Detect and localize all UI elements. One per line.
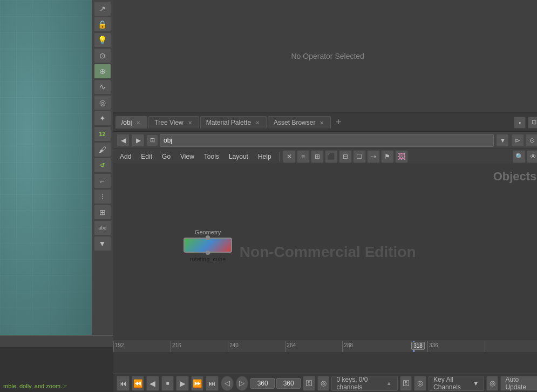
tool-select-active[interactable]: ⊕ xyxy=(94,64,111,79)
key-all-down[interactable]: ▼ xyxy=(473,380,479,387)
toolbar-eye-icon[interactable]: 👁 xyxy=(527,150,537,163)
play-reverse-btn[interactable]: ◀ xyxy=(146,376,159,391)
keys-icon-btn2[interactable]: ◎ xyxy=(317,376,330,391)
tool-abc[interactable]: abc xyxy=(94,220,111,235)
menu-help[interactable]: Help xyxy=(254,151,276,162)
auto-update-icon[interactable]: ◎ xyxy=(486,376,499,391)
tab-tree-view[interactable]: Tree View ✕ xyxy=(148,116,199,129)
tool-number[interactable]: 12 xyxy=(94,126,111,141)
menu-edit[interactable]: Edit xyxy=(137,151,157,162)
tool-nodes[interactable]: ⁝ xyxy=(94,189,111,204)
toolbar-grid-icon[interactable]: ⊞ xyxy=(311,150,324,163)
addr-path-input[interactable] xyxy=(160,134,494,147)
tab-asset-close[interactable]: ✕ xyxy=(318,120,325,126)
addr-right-btns: ⊳ ⊙ xyxy=(511,134,537,147)
tab-tree-label: Tree View xyxy=(154,119,183,126)
frame-counter-area: 360 360 xyxy=(250,378,301,389)
tab-obj[interactable]: /obj ✕ xyxy=(115,116,147,129)
tool-angle[interactable]: ⌐ xyxy=(94,173,111,188)
tool-light[interactable]: 💡 xyxy=(94,32,111,48)
key-all-channels-box[interactable]: Key All Channels ▼ xyxy=(429,376,484,391)
auto-update-label: Auto Update xyxy=(505,376,534,391)
tool-lock[interactable]: 🔒 xyxy=(94,17,111,32)
node-editor-area[interactable]: Non-Commercial Edition Objects Geometry … xyxy=(113,164,537,340)
ruler-mark-264: 264 xyxy=(287,342,296,348)
addr-node-icon: ⊡ xyxy=(147,135,158,146)
tab-material-palette[interactable]: Material Palette ✕ xyxy=(200,116,267,129)
tool-arrow[interactable]: ↗ xyxy=(94,1,111,16)
menu-bar: Add Edit Go View Tools Layout Help ✕ ≡ ⊞… xyxy=(113,149,537,164)
keys-info-up[interactable]: ▲ xyxy=(385,379,393,388)
tool-camera[interactable]: ◎ xyxy=(94,95,111,110)
toolbar-image-icon[interactable]: 🖼 xyxy=(395,150,408,163)
node-name-label: rotating_cube xyxy=(190,256,226,262)
addr-sync-btn[interactable]: ⊙ xyxy=(526,134,537,147)
addr-dropdown-btn[interactable]: ▼ xyxy=(496,134,509,147)
node-dot-top xyxy=(206,235,210,240)
no-operator-message: No Operator Selected xyxy=(291,52,364,60)
play-btn[interactable]: ▶ xyxy=(176,376,189,391)
tool-curve[interactable]: ∿ xyxy=(94,79,111,94)
key-all-icon-btn2[interactable]: ◎ xyxy=(414,376,426,391)
node-container[interactable]: Geometry rotating_cube xyxy=(183,229,232,262)
jump-start-btn[interactable]: ⏮ xyxy=(117,376,130,391)
stop-btn[interactable]: ■ xyxy=(161,376,174,391)
tab-layout-btn[interactable]: ⊡ xyxy=(528,117,537,129)
tab-asset-browser[interactable]: Asset Browser ✕ xyxy=(268,116,331,129)
tool-sphere[interactable]: ⊙ xyxy=(94,48,111,63)
tool-down[interactable]: ▼ xyxy=(94,236,111,251)
tab-obj-label: /obj xyxy=(121,119,132,126)
frame-nav-circle-1[interactable]: ◁ xyxy=(221,376,234,391)
tool-brush[interactable]: 🖌 xyxy=(94,142,111,157)
viewport-area: ↗ 🔒 💡 ⊙ ⊕ ∿ ◎ ✦ 12 🖌 ↺ ⌐ ⁝ ⊞ abc ▼ xyxy=(0,0,113,335)
toolbar-arrow-icon[interactable]: ⇢ xyxy=(367,150,380,163)
frame-nav-circle-2[interactable]: ▷ xyxy=(236,376,249,391)
auto-update-btn[interactable]: Auto Update xyxy=(500,376,537,391)
addr-back-btn[interactable]: ◀ xyxy=(117,134,130,147)
tab-collapse-btn[interactable]: ▪ xyxy=(514,117,526,129)
tab-asset-label: Asset Browser xyxy=(274,119,315,126)
frame-start-display[interactable]: 360 xyxy=(250,378,275,389)
tab-obj-close[interactable]: ✕ xyxy=(135,120,141,126)
node-box[interactable] xyxy=(183,238,232,253)
addr-pin-btn[interactable]: ⊳ xyxy=(511,134,524,147)
prev-frame-btn[interactable]: ⏪ xyxy=(132,376,145,391)
key-all-icon-btn[interactable]: ⚿ xyxy=(400,376,412,391)
toolbar-wrench-icon[interactable]: ✕ xyxy=(283,150,296,163)
properties-panel: No Operator Selected xyxy=(113,0,537,113)
viewport-3d[interactable] xyxy=(0,0,92,335)
menu-layout[interactable]: Layout xyxy=(225,151,253,162)
tool-move[interactable]: ✦ xyxy=(94,111,111,126)
watermark-text: Non-Commercial Edition xyxy=(240,244,416,261)
toolbar-flag-icon[interactable]: ⚑ xyxy=(381,150,394,163)
toolbar-search-icon[interactable]: 🔍 xyxy=(513,150,526,163)
tool-number2[interactable]: ↺ xyxy=(94,158,111,173)
toolbar-list-icon[interactable]: ≡ xyxy=(297,150,310,163)
ruler-mark-240: 240 xyxy=(229,342,239,348)
menu-add[interactable]: Add xyxy=(115,151,135,162)
jump-end-btn[interactable]: ⏭ xyxy=(206,376,219,391)
menu-tools[interactable]: Tools xyxy=(200,151,223,162)
tab-material-label: Material Palette xyxy=(206,119,251,126)
frame-end-display[interactable]: 360 xyxy=(276,378,301,389)
main-layout: ↗ 🔒 💡 ⊙ ⊕ ∿ ◎ ✦ 12 🖌 ↺ ⌐ ⁝ ⊞ abc ▼ xyxy=(0,0,537,392)
status-bar-bottom: mble, dolly, and zoom.☞ xyxy=(0,335,113,392)
addr-forward-btn[interactable]: ▶ xyxy=(132,134,145,147)
timeline-track[interactable] xyxy=(113,352,537,374)
tab-add-button[interactable]: + xyxy=(332,116,345,129)
ruler-mark-288: 288 xyxy=(344,342,353,348)
toolbar-color-icon[interactable]: ⬛ xyxy=(325,150,338,163)
menu-toolbar-icons: ✕ ≡ ⊞ ⬛ ⊟ ☐ ⇢ ⚑ 🖼 xyxy=(283,150,408,163)
keys-icon-btn[interactable]: ⚿ xyxy=(303,376,315,391)
toolbar-vertical: ↗ 🔒 💡 ⊙ ⊕ ∿ ◎ ✦ 12 🖌 ↺ ⌐ ⁝ ⊞ abc ▼ xyxy=(92,0,113,335)
tab-material-close[interactable]: ✕ xyxy=(254,120,261,126)
next-frame-btn[interactable]: ⏩ xyxy=(191,376,204,391)
toolbar-box-icon[interactable]: ☐ xyxy=(353,150,366,163)
tab-tree-close[interactable]: ✕ xyxy=(187,120,193,126)
status-message: mble, dolly, and zoom.☞ xyxy=(3,383,67,390)
keys-info-box: 0 keys, 0/0 channels ▲ xyxy=(331,376,397,391)
toolbar-split-icon[interactable]: ⊟ xyxy=(339,150,352,163)
menu-view[interactable]: View xyxy=(176,151,199,162)
menu-go[interactable]: Go xyxy=(158,151,175,162)
tool-grid[interactable]: ⊞ xyxy=(94,205,111,220)
